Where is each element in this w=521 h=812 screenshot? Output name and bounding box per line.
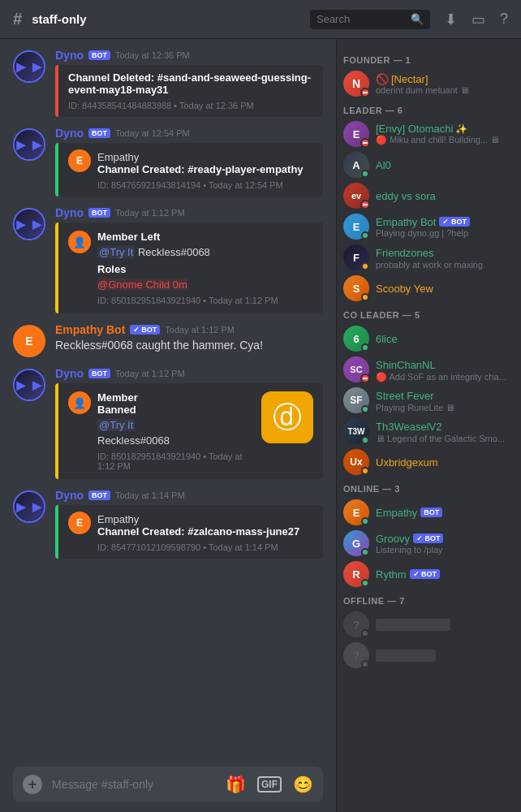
status-online-indicator [361,343,369,352]
dyno-arrow-icon: ►► [13,215,45,234]
member-avatar-wrap: SC [343,356,369,382]
avatar-letter: E [25,335,32,348]
status-online-indicator [361,405,369,413]
sidebar-section-header: FOUNDER — 1 [337,49,521,68]
embed-role: @Gnome Child 0m [97,279,313,291]
message-author[interactable]: Dyno [55,127,84,140]
message-author[interactable]: Dyno [55,206,84,219]
message-time: Today at 1:14 PM [115,490,185,500]
member-avatar-wrap: N [343,71,369,97]
message-placeholder[interactable]: Message #staff-only [52,778,216,791]
member-info: Scooby Yew [376,281,515,296]
status-idle-indicator [361,293,369,301]
embed-id: ID: 854765921943814194 • Today at 12:54 … [97,180,313,190]
sidebar-member[interactable]: E Empathy BOT [337,497,521,528]
member-info: Th3WeaselV2 🖥 Legend of the Galactic Smo… [376,419,515,443]
member-name: ShinChanNL [376,359,436,371]
message-header: Dyno BOT Today at 12:54 PM [55,127,323,140]
member-info: eddy vs sora [376,188,515,203]
sidebar-member[interactable]: N 🚫 [Nectar] oderint dum metuant 🖥 [337,68,521,99]
message-content: Dyno BOT Today at 12:54 PM E Empathy Cha… [55,127,323,197]
embed-card: 👤 MemberBanned @Try It Reckless#0068 [55,383,323,479]
topbar-icons: 🔍 ⬇ ▭ ? [310,10,508,29]
status-dnd-icon [360,200,370,209]
embed-details: Empathy Channel Created: #ready-player-e… [97,149,313,190]
message-content: Empathy Bot ✓ BOT Today at 1:12 PM Reckl… [55,323,323,357]
sidebar-member[interactable]: F Friendzones probably at work or maxing [337,242,521,273]
sidebar-member[interactable]: G Groovy ✓ BOT Listening to /play [337,528,521,559]
search-bar[interactable]: 🔍 [310,10,430,29]
channel-hash-icon: # [13,10,22,28]
search-input[interactable] [316,13,406,25]
sidebar-member[interactable]: SC ShinChanNL 🔴 Add SoF as an integrity … [337,354,521,385]
sidebar-member[interactable]: T3W Th3WeaselV2 🖥 Legend of the Galactic… [337,416,521,447]
message-author[interactable]: Dyno [55,367,84,380]
member-activity: probably at work or maxing [376,260,515,270]
member-name: Rythm [376,568,407,581]
embed-avatar: E [68,149,91,172]
embed-event-title: Member Left [97,231,313,243]
help-icon[interactable]: ? [500,11,508,28]
bot-badge: ✓ BOT [410,569,441,579]
channel-name: staff-only [32,12,87,26]
add-attachment-button[interactable]: + [23,775,42,794]
embed-card: 👤 Member Left @Try It Reckless#0068 Role… [55,222,323,313]
embed-body: @Try It Reckless#0068 [97,246,313,258]
embed-avatar: 👤 [68,391,91,414]
discord-logo: ⓓ [261,391,313,443]
message-group: ►► Dyno BOT Today at 1:14 PM E [0,486,336,562]
status-online-indicator [361,517,369,525]
member-info: ████████ [376,648,515,663]
message-author[interactable]: Dyno [55,489,84,502]
embed-details: Member Left @Try It Reckless#0068 Roles … [97,231,313,305]
member-avatar-wrap: E [343,499,369,525]
message-time: Today at 12:54 PM [115,128,190,138]
member-activity: 🔴 Add SoF as an integrity cha... [376,372,515,382]
bot-badge: BOT [88,208,110,218]
embed-avatar: 👤 [68,231,91,253]
gift-icon[interactable]: 🎁 [226,775,246,794]
message-text: Reckless#0068 caught the hammer. Cya! [55,338,323,354]
status-online-indicator [361,579,369,587]
sidebar-member[interactable]: R Rythm ✓ BOT [337,559,521,590]
message-input-bar: + Message #staff-only 🎁 GIF 😊 [0,757,336,812]
message-group: ►► Dyno BOT Today at 1:12 PM 👤 [0,203,336,317]
member-info: ShinChanNL 🔴 Add SoF as an integrity cha… [376,357,515,382]
sidebar-member[interactable]: ? ██████████ [337,609,521,640]
sidebar-member[interactable]: ev eddy vs sora [337,180,521,211]
sidebar-member[interactable]: ? ████████ [337,640,521,671]
embed-inner: E Empathy Channel Created: #ready-player… [68,149,313,190]
member-activity: Playing RuneLite 🖥 [376,403,515,412]
message-author[interactable]: Empathy Bot [55,323,125,336]
message-author[interactable]: Dyno [55,49,84,62]
member-info: Empathy Bot ✓ BOT Playing dyno.gg | ?hel… [376,216,515,238]
sidebar-member[interactable]: Ux Uxbridgexum [337,447,521,477]
emoji-icon[interactable]: 😊 [293,775,313,794]
embed-id: ID: 850182951843921940 • Today at 1:12 P… [97,451,255,471]
messages-list: ►► Dyno BOT Today at 12:36 PM Channel De… [0,39,336,757]
search-icon: 🔍 [411,13,424,25]
bot-badge: BOT [420,508,442,517]
download-icon[interactable]: ⬇ [445,11,457,28]
monitor-icon[interactable]: ▭ [471,11,485,28]
dyno-arrow-icon: ►► [13,58,45,76]
sidebar-section-header: OFFLINE — 7 [337,590,521,609]
gif-button[interactable]: GIF [257,776,282,793]
sidebar-member[interactable]: E Empathy Bot ✓ BOT Playing dyno.gg | ?h… [337,211,521,242]
member-activity: 🔴 Miku and chill! Building... 🖥 [376,135,515,145]
sidebar-member[interactable]: S Scooby Yew [337,273,521,304]
member-name: eddy vs sora [376,190,436,202]
sidebar-member[interactable]: SF Street Fever Playing RuneLite 🖥 [337,385,521,416]
embed-title: Channel Created: #zalcano-mass-june27 [97,525,313,538]
embed-label: Empathy [97,513,313,525]
sidebar-member[interactable]: A Al0 [337,149,521,180]
embed-body: @Try It [97,419,255,431]
topbar: # staff-only 🔍 ⬇ ▭ ? [0,0,521,39]
status-dnd-icon [360,374,370,383]
sidebar-member[interactable]: E [Envy] Otomachi ✨ 🔴 Miku and chill! Bu… [337,119,521,149]
member-avatar-wrap: F [343,244,369,270]
member-info: 🚫 [Nectar] oderint dum metuant 🖥 [376,73,515,95]
member-name: Empathy [376,507,417,519]
sidebar-member[interactable]: 6 6lice [337,323,521,354]
message-content: Dyno BOT Today at 1:12 PM 👤 [55,367,323,479]
